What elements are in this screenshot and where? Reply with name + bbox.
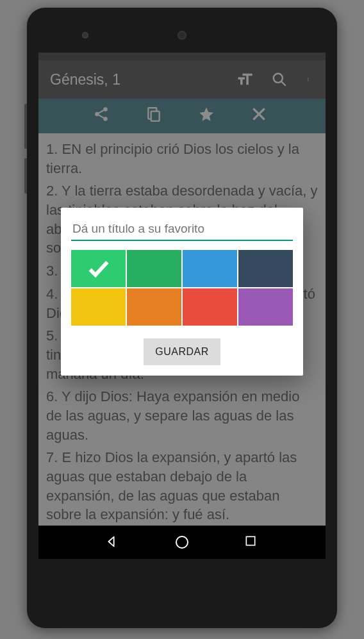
svg-rect-12 [247, 536, 255, 545]
earpiece-speaker [178, 31, 186, 40]
recent-apps-icon[interactable] [244, 535, 260, 550]
front-camera [82, 32, 88, 38]
power-button [24, 158, 27, 194]
system-nav-bar [38, 526, 326, 559]
back-icon[interactable] [104, 535, 120, 550]
color-swatch[interactable] [238, 250, 293, 287]
color-grid [71, 250, 293, 326]
check-icon [86, 256, 112, 281]
save-button[interactable]: GUARDAR [144, 338, 220, 365]
color-swatch[interactable] [127, 250, 181, 287]
svg-point-11 [176, 536, 188, 548]
color-swatch[interactable] [183, 250, 237, 287]
color-swatch[interactable] [183, 288, 237, 326]
color-swatch[interactable] [71, 250, 126, 287]
screen: Génesis, 1 [38, 53, 326, 559]
volume-button [24, 104, 27, 149]
color-swatch[interactable] [127, 288, 181, 326]
favorite-title-input[interactable] [71, 219, 293, 241]
phone-bezel-top [27, 8, 337, 53]
home-icon[interactable] [174, 535, 190, 550]
favorite-dialog: GUARDAR [61, 208, 303, 376]
color-swatch[interactable] [71, 288, 126, 326]
color-swatch[interactable] [238, 288, 293, 326]
phone-frame: Génesis, 1 [27, 8, 337, 628]
